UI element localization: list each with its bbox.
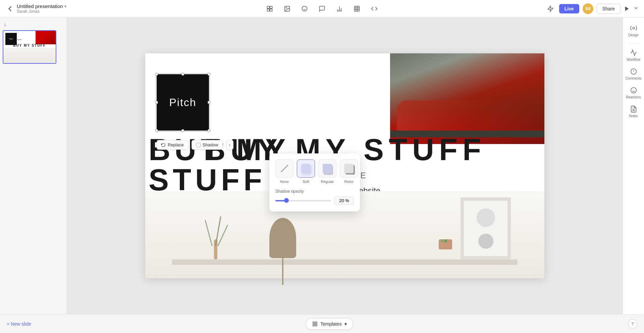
insert-icon[interactable] [264,3,275,14]
handle-top-left[interactable] [155,73,158,76]
chair-decor [266,218,300,278]
shadow-option-regular[interactable]: Regular [318,159,336,184]
topbar-center [102,3,542,14]
more-options-button[interactable] [633,5,639,12]
car-image [390,53,544,144]
slide-canvas: BUY MY STUFF BUY MY STUFF PLEASE Head to… [145,53,544,278]
shadow-options: None Soft Regular [275,159,354,184]
back-button[interactable] [5,4,15,13]
workflow-icon [630,49,637,56]
new-slide-button[interactable]: + New slide [7,321,31,327]
handle-middle-left[interactable] [155,101,158,104]
slide-thumbnail-1[interactable]: Pitch BUY MY STUFF BUY MY STUFF PLEASE [3,30,56,64]
more-element-options-button[interactable]: › [226,140,233,150]
templates-icon [312,321,318,327]
opacity-slider-thumb[interactable] [284,198,289,203]
shadow-label: Shadow [203,142,218,147]
svg-point-5 [286,7,287,8]
svg-rect-32 [315,324,317,326]
pitch-box: Pitch [157,74,209,131]
topbar: Untitled presentation ▾ Sarah Jonas [0,0,644,17]
handle-bottom-left[interactable] [155,129,158,132]
reactions-label: Reactions [626,95,641,99]
svg-rect-13 [355,6,360,11]
shadow-checkbox[interactable] [196,143,201,147]
shadow-soft-box[interactable] [297,159,315,178]
svg-marker-18 [548,6,553,11]
design-icon [630,25,637,32]
sidebar-notes-button[interactable]: Notes [626,104,642,120]
title-area: Untitled presentation ▾ Sarah Jonas [17,3,66,14]
live-button[interactable]: Live [559,4,579,13]
bottom-bar: + New slide Templates ▾ ? [0,314,644,333]
slides-panel: 1 Pitch BUY MY STUFF BUY MY STUFF [0,17,67,314]
svg-point-20 [633,27,635,29]
pitch-element[interactable]: Pitch [157,74,209,131]
lightning-button[interactable] [545,3,556,14]
title-caret-icon[interactable]: ▾ [64,4,66,9]
slide-number-1: 1 [4,23,64,27]
shadow-toggle[interactable]: Shadow [192,140,223,150]
comments-icon [630,68,637,75]
svg-rect-31 [313,324,315,326]
shadow-option-soft[interactable]: Soft [297,159,315,184]
svg-rect-1 [270,6,272,8]
handle-top-center[interactable] [181,73,184,76]
opacity-slider[interactable] [275,200,331,201]
opacity-input[interactable] [334,196,354,205]
emoji-icon[interactable] [299,3,310,14]
shadow-soft-label: Soft [303,180,309,184]
sidebar-reactions-button[interactable]: Reactions [626,85,642,101]
notes-icon [630,105,637,113]
canvas-area[interactable]: BUY MY STUFF BUY MY STUFF PLEASE Head to… [67,17,623,314]
svg-point-24 [631,88,636,93]
shadow-opacity-row [275,196,354,205]
share-button[interactable]: Share [597,4,621,14]
reactions-icon [630,87,637,94]
chart-icon[interactable] [334,3,345,14]
templates-button[interactable]: Templates ▾ [306,318,353,330]
shadow-regular-label: Regular [321,180,334,184]
picture-frame [461,197,511,259]
embed-icon[interactable] [369,3,380,14]
presentation-title: Untitled presentation [17,3,63,9]
svg-marker-19 [625,6,629,11]
plant-decor [206,212,226,259]
presentation-author: Sarah Jonas [17,9,66,14]
svg-rect-0 [267,6,270,8]
replace-button[interactable]: Replace [157,140,188,150]
design-label: Design [628,33,639,37]
right-sidebar: Design Workflow Comments [623,17,644,314]
comment-icon[interactable] [317,3,327,14]
sidebar-workflow-button[interactable]: Workflow [626,47,642,63]
element-toolbar: Replace Shadow › [157,140,233,150]
shadow-retro-label: Retro [344,180,354,184]
sidebar-separator-1 [628,43,639,43]
shadow-regular-shape [323,164,332,173]
table-icon[interactable] [352,3,362,14]
topbar-left: Untitled presentation ▾ Sarah Jonas [5,3,99,14]
handle-top-right[interactable] [208,73,210,76]
handle-middle-right[interactable] [208,101,210,104]
templates-label: Templates [320,321,342,327]
sidebar-comments-button[interactable]: Comments [626,66,642,82]
sidebar-design-button[interactable]: Design [626,23,642,39]
shadow-retro-box[interactable] [340,159,358,178]
play-button[interactable] [624,6,630,12]
pitch-text: Pitch [169,96,196,109]
shadow-none-label: None [280,180,289,184]
svg-rect-29 [313,322,315,324]
shadow-panel: None Soft Regular [269,153,360,211]
notes-label: Notes [629,114,638,118]
shadow-option-none[interactable]: None [275,159,293,184]
user-avatar[interactable]: 84 [583,3,593,14]
plant-pot [437,239,454,259]
shadow-option-retro[interactable]: Retro [340,159,358,184]
handle-bottom-right[interactable] [208,129,210,132]
help-button[interactable]: ? [628,319,637,329]
shadow-regular-box[interactable] [318,159,336,178]
shadow-none-box[interactable] [275,159,293,178]
svg-rect-30 [315,322,317,324]
handle-bottom-center[interactable] [181,129,184,132]
image-icon[interactable] [282,3,292,14]
